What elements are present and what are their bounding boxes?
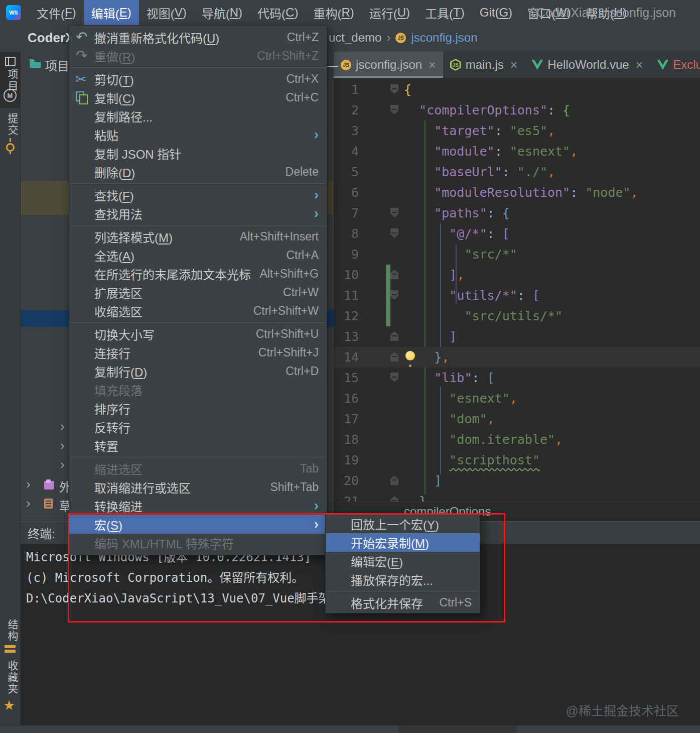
fold-close-icon[interactable] — [390, 475, 398, 485]
code-line[interactable]: 9 "src/*" — [334, 244, 700, 265]
tab-close-icon[interactable]: × — [429, 58, 436, 72]
menu-item-shrink-selection[interactable]: 收缩选区Ctrl+Shift+W — [69, 302, 327, 320]
tab-close-icon[interactable]: × — [636, 58, 643, 72]
menu-item-extend-selection[interactable]: 扩展选区Ctrl+W — [69, 283, 327, 302]
menu-item-label: 剪切(T) — [94, 70, 134, 88]
menu-item-delete[interactable]: 删除(D)Delete — [69, 163, 327, 181]
code-line[interactable]: 3 "target": "es5", — [334, 120, 700, 141]
menu-item-find[interactable]: 查找(F)› — [69, 186, 327, 204]
code-line[interactable]: 18 "dom.iterable", — [334, 429, 700, 450]
menu-run[interactable]: 运行(U) — [362, 0, 417, 25]
chevron-right-icon[interactable]: › — [60, 439, 65, 452]
menu-item-paste[interactable]: 粘贴› — [69, 126, 327, 144]
fold-open-icon[interactable] — [390, 208, 398, 217]
menu-item-unindent-line-or-selection[interactable]: 取消缩进行或选区Shift+Tab — [69, 478, 327, 497]
menu-item-copy[interactable]: 复制(C)Ctrl+C — [69, 88, 327, 107]
code-line[interactable]: 20 ] — [334, 470, 700, 491]
menu-git[interactable]: Git(G) — [472, 0, 520, 25]
menu-item-find-usages[interactable]: 查找用法› — [69, 204, 327, 223]
menu-item-start-macro-recording[interactable]: 开始宏录制(M) — [326, 533, 480, 552]
menu-item-indent-selection[interactable]: 缩进选区Tab — [69, 459, 327, 478]
chevron-right-icon[interactable]: › — [60, 458, 65, 471]
code-line[interactable]: 12 "src/utils/*" — [334, 306, 700, 326]
menu-item-edit-macros[interactable]: 编辑宏(E) — [326, 552, 480, 570]
menu-item-transpose[interactable]: 转置 — [69, 436, 327, 455]
menu-separator — [70, 457, 326, 457]
menu-item-label: 排序行 — [94, 400, 130, 417]
code-line[interactable]: 11 "utils/*": [ — [334, 285, 700, 306]
menu-item-copy-path[interactable]: 复制路径... — [69, 107, 327, 126]
menu-item-copy-json-pointer[interactable]: 复制 JSON 指针 — [69, 144, 327, 163]
menu-refactor[interactable]: 重构(R) — [306, 0, 361, 25]
menu-item-undo-reformat[interactable]: 撤消重新格式化代码(U)Ctrl+Z — [69, 28, 327, 47]
menu-item-join-lines[interactable]: 连接行Ctrl+Shift+J — [69, 343, 327, 362]
menu-item-macro[interactable]: 宏(S)› — [69, 515, 327, 534]
fold-open-icon[interactable] — [390, 228, 398, 238]
menu-navigate[interactable]: 导航(N) — [194, 0, 250, 25]
menu-edit[interactable]: 编辑(E) — [84, 0, 139, 25]
menu-item-redo[interactable]: 重做(R)Ctrl+Shift+Z — [69, 47, 327, 65]
menu-item-format-and-save[interactable]: 格式化并保存Ctrl+S — [326, 593, 480, 612]
fold-open-icon[interactable] — [390, 290, 398, 300]
menu-view[interactable]: 视图(V) — [139, 0, 194, 25]
menu-item-label: 复制行(D) — [94, 362, 147, 380]
code-token: "lib" — [434, 371, 472, 385]
menu-item-toggle-case[interactable]: 切换大小写Ctrl+Shift+U — [69, 325, 327, 343]
code-editor[interactable]: 1{2 "compilerOptions": {3 "target": "es5… — [334, 78, 700, 502]
line-number: 15 — [334, 368, 359, 388]
menu-item-label: 查找(F) — [94, 186, 134, 204]
menu-item-sort-lines[interactable]: 排序行 — [69, 399, 327, 418]
menu-item-duplicate-line[interactable]: 复制行(D)Ctrl+D — [69, 362, 327, 381]
submenu-arrow-icon: › — [314, 518, 319, 531]
fold-open-icon[interactable] — [390, 105, 398, 114]
code-line[interactable]: 2 "compilerOptions": { — [334, 100, 700, 120]
blank-icon — [74, 109, 93, 124]
intention-bulb-icon[interactable] — [405, 351, 415, 360]
tool-button-project[interactable]: 项目 M — [0, 52, 20, 108]
tab-main-js[interactable]: main.js× — [443, 52, 525, 78]
tab-helloworld-vue[interactable]: HelloWorld.vue× — [524, 52, 650, 78]
code-line[interactable]: 19 "scripthost" — [334, 450, 700, 470]
menu-item-cut[interactable]: 剪切(T)Ctrl+X — [69, 70, 327, 88]
code-line[interactable]: 13 ] — [334, 326, 700, 347]
menu-file[interactable]: 文件(F) — [29, 0, 84, 25]
menu-item-select-all[interactable]: 全选(A)Ctrl+A — [69, 246, 327, 265]
code-line[interactable]: 10 ], — [334, 265, 700, 285]
menu-item-reverse-lines[interactable]: 反转行 — [69, 418, 327, 436]
hide-panel-icon[interactable]: — — [326, 58, 338, 72]
chevron-right-icon[interactable]: › — [60, 420, 65, 433]
menu-code[interactable]: 代码(C) — [250, 0, 306, 25]
menu-item-encode-xml-html-chars[interactable]: 编码 XML/HTML 特殊字符 — [69, 534, 327, 552]
code-line[interactable]: 1{ — [334, 79, 700, 100]
tab-jsconfig-json[interactable]: jsconfig.json× — [334, 52, 443, 78]
code-line[interactable]: 17 "dom", — [334, 409, 700, 429]
code-line[interactable]: 8 "@/*": [ — [334, 223, 700, 244]
menu-item-convert-indents[interactable]: 转换缩进› — [69, 497, 327, 515]
code-line[interactable]: 14 }, — [334, 347, 700, 368]
code-line[interactable]: 16 "esnext", — [334, 388, 700, 409]
fold-close-icon[interactable] — [390, 331, 398, 341]
breadcrumb-folder[interactable]: uct_demo — [329, 31, 381, 45]
code-line[interactable]: 7 "paths": { — [334, 203, 700, 223]
code-line[interactable]: 5 "baseUrl": "./", — [334, 162, 700, 182]
menu-item-fill-paragraph[interactable]: 填充段落 — [69, 381, 327, 399]
macro-submenu-popup: 回放上一个宏(Y)开始宏录制(M)编辑宏(E)播放保存的宏...格式化并保存Ct… — [325, 513, 480, 614]
code-token: { — [404, 82, 411, 97]
menu-item-add-carets-to-line-ends[interactable]: 在所选行的末尾添加文本光标Alt+Shift+G — [69, 265, 327, 283]
code-line[interactable]: 15 "lib": [ — [334, 368, 700, 388]
tab-close-icon[interactable]: × — [510, 58, 518, 72]
breadcrumb-file[interactable]: jsconfig.json — [411, 31, 477, 45]
menu-item-column-selection-mode[interactable]: 列选择模式(M)Alt+Shift+Insert — [69, 227, 327, 246]
fold-close-icon[interactable] — [390, 270, 398, 279]
menu-tools[interactable]: 工具(T) — [417, 0, 472, 25]
project-panel-title[interactable]: 项目 — [45, 56, 69, 74]
tab-exclus[interactable]: Exclus — [650, 52, 700, 78]
fold-open-icon[interactable] — [390, 373, 398, 382]
code-line[interactable]: 4 "module": "esnext", — [334, 141, 700, 162]
line-number: 18 — [334, 429, 359, 450]
fold-open-icon[interactable] — [390, 84, 398, 94]
fold-close-icon[interactable] — [390, 352, 398, 361]
menu-item-play-saved-macros[interactable]: 播放保存的宏... — [326, 570, 480, 589]
menu-item-replay-last-macro[interactable]: 回放上一个宏(Y) — [326, 515, 480, 533]
code-line[interactable]: 6 "moduleResolution": "node", — [334, 182, 700, 203]
